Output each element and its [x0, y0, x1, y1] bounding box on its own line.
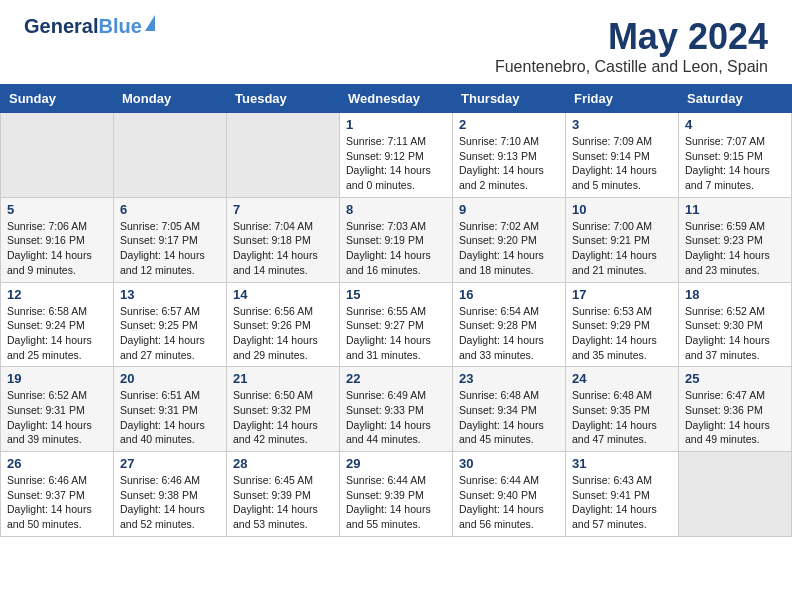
day-number: 7 [233, 202, 333, 217]
calendar-cell: 19Sunrise: 6:52 AMSunset: 9:31 PMDayligh… [1, 367, 114, 452]
day-number: 28 [233, 456, 333, 471]
day-info: Sunrise: 6:48 AMSunset: 9:35 PMDaylight:… [572, 388, 672, 447]
day-number: 10 [572, 202, 672, 217]
day-number: 6 [120, 202, 220, 217]
logo-general: General [24, 15, 98, 37]
calendar-cell [679, 452, 792, 537]
calendar-cell: 5Sunrise: 7:06 AMSunset: 9:16 PMDaylight… [1, 197, 114, 282]
day-number: 30 [459, 456, 559, 471]
header-thursday: Thursday [453, 85, 566, 113]
day-info: Sunrise: 7:02 AMSunset: 9:20 PMDaylight:… [459, 219, 559, 278]
calendar-cell: 4Sunrise: 7:07 AMSunset: 9:15 PMDaylight… [679, 113, 792, 198]
day-info: Sunrise: 6:58 AMSunset: 9:24 PMDaylight:… [7, 304, 107, 363]
calendar-cell: 15Sunrise: 6:55 AMSunset: 9:27 PMDayligh… [340, 282, 453, 367]
day-info: Sunrise: 6:57 AMSunset: 9:25 PMDaylight:… [120, 304, 220, 363]
day-number: 12 [7, 287, 107, 302]
day-info: Sunrise: 6:46 AMSunset: 9:38 PMDaylight:… [120, 473, 220, 532]
day-info: Sunrise: 6:43 AMSunset: 9:41 PMDaylight:… [572, 473, 672, 532]
header-sunday: Sunday [1, 85, 114, 113]
day-number: 9 [459, 202, 559, 217]
calendar-cell: 24Sunrise: 6:48 AMSunset: 9:35 PMDayligh… [566, 367, 679, 452]
calendar-cell [227, 113, 340, 198]
calendar-cell: 25Sunrise: 6:47 AMSunset: 9:36 PMDayligh… [679, 367, 792, 452]
calendar-week-row: 19Sunrise: 6:52 AMSunset: 9:31 PMDayligh… [1, 367, 792, 452]
calendar-cell: 27Sunrise: 6:46 AMSunset: 9:38 PMDayligh… [114, 452, 227, 537]
calendar-cell: 8Sunrise: 7:03 AMSunset: 9:19 PMDaylight… [340, 197, 453, 282]
calendar-cell: 31Sunrise: 6:43 AMSunset: 9:41 PMDayligh… [566, 452, 679, 537]
day-number: 5 [7, 202, 107, 217]
day-info: Sunrise: 7:03 AMSunset: 9:19 PMDaylight:… [346, 219, 446, 278]
calendar-cell: 23Sunrise: 6:48 AMSunset: 9:34 PMDayligh… [453, 367, 566, 452]
day-number: 26 [7, 456, 107, 471]
day-info: Sunrise: 6:53 AMSunset: 9:29 PMDaylight:… [572, 304, 672, 363]
calendar-cell: 2Sunrise: 7:10 AMSunset: 9:13 PMDaylight… [453, 113, 566, 198]
calendar-week-row: 26Sunrise: 6:46 AMSunset: 9:37 PMDayligh… [1, 452, 792, 537]
header-friday: Friday [566, 85, 679, 113]
calendar-cell: 10Sunrise: 7:00 AMSunset: 9:21 PMDayligh… [566, 197, 679, 282]
day-info: Sunrise: 6:44 AMSunset: 9:39 PMDaylight:… [346, 473, 446, 532]
calendar-subtitle: Fuentenebro, Castille and Leon, Spain [495, 58, 768, 76]
calendar-cell: 16Sunrise: 6:54 AMSunset: 9:28 PMDayligh… [453, 282, 566, 367]
day-info: Sunrise: 6:52 AMSunset: 9:31 PMDaylight:… [7, 388, 107, 447]
day-number: 16 [459, 287, 559, 302]
day-info: Sunrise: 6:49 AMSunset: 9:33 PMDaylight:… [346, 388, 446, 447]
logo-triangle-icon [145, 15, 155, 31]
header: GeneralBlue May 2024 Fuentenebro, Castil… [0, 0, 792, 84]
calendar-cell: 18Sunrise: 6:52 AMSunset: 9:30 PMDayligh… [679, 282, 792, 367]
day-info: Sunrise: 7:10 AMSunset: 9:13 PMDaylight:… [459, 134, 559, 193]
calendar-title: May 2024 [495, 16, 768, 58]
calendar-cell [114, 113, 227, 198]
day-info: Sunrise: 7:06 AMSunset: 9:16 PMDaylight:… [7, 219, 107, 278]
calendar-cell: 9Sunrise: 7:02 AMSunset: 9:20 PMDaylight… [453, 197, 566, 282]
day-number: 17 [572, 287, 672, 302]
day-number: 21 [233, 371, 333, 386]
day-number: 3 [572, 117, 672, 132]
page-container: GeneralBlue May 2024 Fuentenebro, Castil… [0, 0, 792, 537]
day-info: Sunrise: 6:47 AMSunset: 9:36 PMDaylight:… [685, 388, 785, 447]
day-number: 23 [459, 371, 559, 386]
logo: GeneralBlue [24, 16, 155, 36]
day-number: 15 [346, 287, 446, 302]
calendar-cell: 12Sunrise: 6:58 AMSunset: 9:24 PMDayligh… [1, 282, 114, 367]
day-info: Sunrise: 6:51 AMSunset: 9:31 PMDaylight:… [120, 388, 220, 447]
day-number: 8 [346, 202, 446, 217]
day-number: 31 [572, 456, 672, 471]
calendar-cell: 6Sunrise: 7:05 AMSunset: 9:17 PMDaylight… [114, 197, 227, 282]
calendar-cell: 13Sunrise: 6:57 AMSunset: 9:25 PMDayligh… [114, 282, 227, 367]
day-number: 24 [572, 371, 672, 386]
day-info: Sunrise: 6:52 AMSunset: 9:30 PMDaylight:… [685, 304, 785, 363]
day-info: Sunrise: 6:55 AMSunset: 9:27 PMDaylight:… [346, 304, 446, 363]
logo-blue-text: Blue [98, 15, 141, 37]
day-info: Sunrise: 6:45 AMSunset: 9:39 PMDaylight:… [233, 473, 333, 532]
calendar-cell [1, 113, 114, 198]
calendar-cell: 30Sunrise: 6:44 AMSunset: 9:40 PMDayligh… [453, 452, 566, 537]
calendar-cell: 21Sunrise: 6:50 AMSunset: 9:32 PMDayligh… [227, 367, 340, 452]
day-info: Sunrise: 7:05 AMSunset: 9:17 PMDaylight:… [120, 219, 220, 278]
calendar-cell: 1Sunrise: 7:11 AMSunset: 9:12 PMDaylight… [340, 113, 453, 198]
day-info: Sunrise: 7:04 AMSunset: 9:18 PMDaylight:… [233, 219, 333, 278]
calendar-cell: 20Sunrise: 6:51 AMSunset: 9:31 PMDayligh… [114, 367, 227, 452]
day-info: Sunrise: 7:00 AMSunset: 9:21 PMDaylight:… [572, 219, 672, 278]
title-block: May 2024 Fuentenebro, Castille and Leon,… [495, 16, 768, 76]
day-number: 27 [120, 456, 220, 471]
day-info: Sunrise: 7:11 AMSunset: 9:12 PMDaylight:… [346, 134, 446, 193]
calendar-table: Sunday Monday Tuesday Wednesday Thursday… [0, 84, 792, 537]
day-number: 20 [120, 371, 220, 386]
calendar-week-row: 12Sunrise: 6:58 AMSunset: 9:24 PMDayligh… [1, 282, 792, 367]
calendar-cell: 11Sunrise: 6:59 AMSunset: 9:23 PMDayligh… [679, 197, 792, 282]
day-number: 19 [7, 371, 107, 386]
header-monday: Monday [114, 85, 227, 113]
calendar-cell: 3Sunrise: 7:09 AMSunset: 9:14 PMDaylight… [566, 113, 679, 198]
calendar-cell: 17Sunrise: 6:53 AMSunset: 9:29 PMDayligh… [566, 282, 679, 367]
calendar-week-row: 1Sunrise: 7:11 AMSunset: 9:12 PMDaylight… [1, 113, 792, 198]
day-info: Sunrise: 6:56 AMSunset: 9:26 PMDaylight:… [233, 304, 333, 363]
calendar-cell: 14Sunrise: 6:56 AMSunset: 9:26 PMDayligh… [227, 282, 340, 367]
calendar-header-row: Sunday Monday Tuesday Wednesday Thursday… [1, 85, 792, 113]
day-number: 18 [685, 287, 785, 302]
day-number: 4 [685, 117, 785, 132]
day-info: Sunrise: 6:50 AMSunset: 9:32 PMDaylight:… [233, 388, 333, 447]
calendar-cell: 29Sunrise: 6:44 AMSunset: 9:39 PMDayligh… [340, 452, 453, 537]
calendar-cell: 22Sunrise: 6:49 AMSunset: 9:33 PMDayligh… [340, 367, 453, 452]
day-number: 13 [120, 287, 220, 302]
day-info: Sunrise: 6:46 AMSunset: 9:37 PMDaylight:… [7, 473, 107, 532]
